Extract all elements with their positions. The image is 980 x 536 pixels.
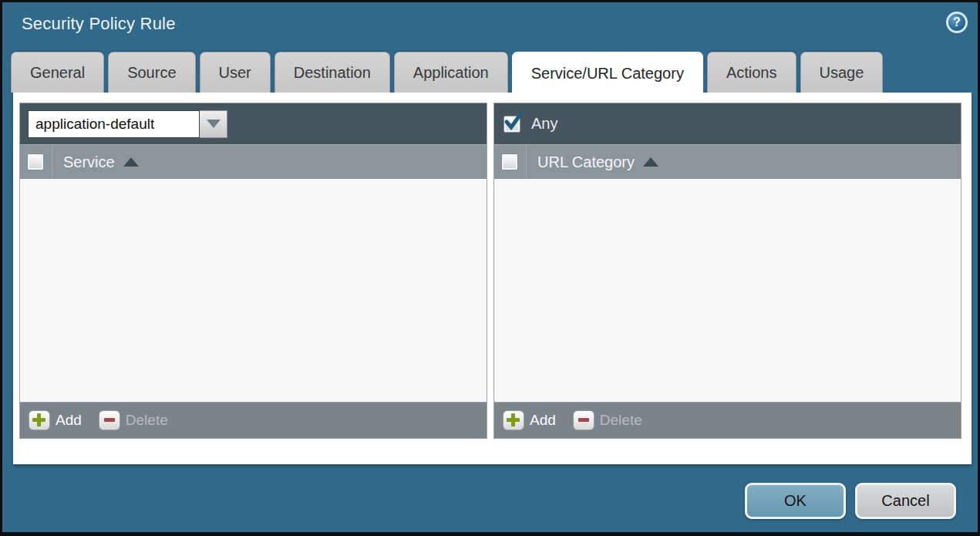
url-category-select-all-checkbox[interactable] xyxy=(501,153,518,170)
cancel-button[interactable]: Cancel xyxy=(855,483,956,519)
delete-minus-icon xyxy=(573,410,594,430)
column-separator xyxy=(526,145,527,179)
tab-source[interactable]: Source xyxy=(108,52,195,93)
tab-bar: General Source User Destination Applicat… xyxy=(11,52,883,93)
sort-ascending-icon[interactable] xyxy=(123,157,139,167)
add-plus-icon xyxy=(29,410,50,430)
tab-user[interactable]: User xyxy=(200,52,271,93)
add-button-label: Add xyxy=(530,412,556,429)
url-category-list xyxy=(494,179,961,402)
url-category-column-label: URL Category xyxy=(537,153,635,171)
service-delete-button[interactable]: Delete xyxy=(99,410,168,430)
service-column-header: Service xyxy=(20,144,487,179)
url-category-toolbar: Add Delete xyxy=(494,402,961,438)
service-select-all-checkbox[interactable] xyxy=(27,153,44,170)
service-type-dropdown: application-default xyxy=(28,110,227,138)
service-toolbar: Add Delete xyxy=(20,402,487,438)
url-category-add-button[interactable]: Add xyxy=(503,410,556,430)
url-category-panel: Any URL Category Add Delete xyxy=(493,103,961,439)
any-checkbox[interactable] xyxy=(503,116,520,133)
add-button-label: Add xyxy=(56,412,82,429)
url-category-panel-header: Any xyxy=(494,103,961,144)
ok-button[interactable]: OK xyxy=(745,483,846,519)
tab-application[interactable]: Application xyxy=(394,52,508,93)
tab-destination[interactable]: Destination xyxy=(274,52,390,93)
dialog-title: Security Policy Rule xyxy=(22,14,176,34)
help-icon[interactable]: ? xyxy=(946,12,968,33)
security-policy-rule-dialog: Security Policy Rule ? General Source Us… xyxy=(0,0,980,536)
service-column-label: Service xyxy=(63,153,115,171)
tab-usage[interactable]: Usage xyxy=(800,52,884,93)
url-category-delete-button[interactable]: Delete xyxy=(573,410,642,430)
checkmark-icon xyxy=(503,112,524,132)
service-panel: application-default Service Add xyxy=(19,103,487,439)
chevron-down-icon xyxy=(207,120,221,128)
column-separator xyxy=(52,145,52,179)
sort-ascending-icon[interactable] xyxy=(643,157,658,167)
url-category-column-header: URL Category xyxy=(494,144,961,179)
tab-content-service-url-category: application-default Service Add xyxy=(13,93,972,464)
tab-general[interactable]: General xyxy=(11,52,104,93)
any-checkbox-label: Any xyxy=(531,115,557,133)
service-panel-header: application-default xyxy=(20,103,487,144)
tab-actions[interactable]: Actions xyxy=(707,52,796,93)
add-plus-icon xyxy=(503,410,524,430)
tab-service-url-category[interactable]: Service/URL Category xyxy=(512,52,703,94)
service-add-button[interactable]: Add xyxy=(29,410,82,430)
service-list xyxy=(20,179,487,402)
delete-button-label: Delete xyxy=(600,412,642,429)
service-type-dropdown-button[interactable] xyxy=(200,110,227,138)
delete-button-label: Delete xyxy=(126,412,168,429)
delete-minus-icon xyxy=(99,410,120,430)
service-type-input[interactable]: application-default xyxy=(28,110,200,138)
help-icon-glyph: ? xyxy=(953,15,961,29)
